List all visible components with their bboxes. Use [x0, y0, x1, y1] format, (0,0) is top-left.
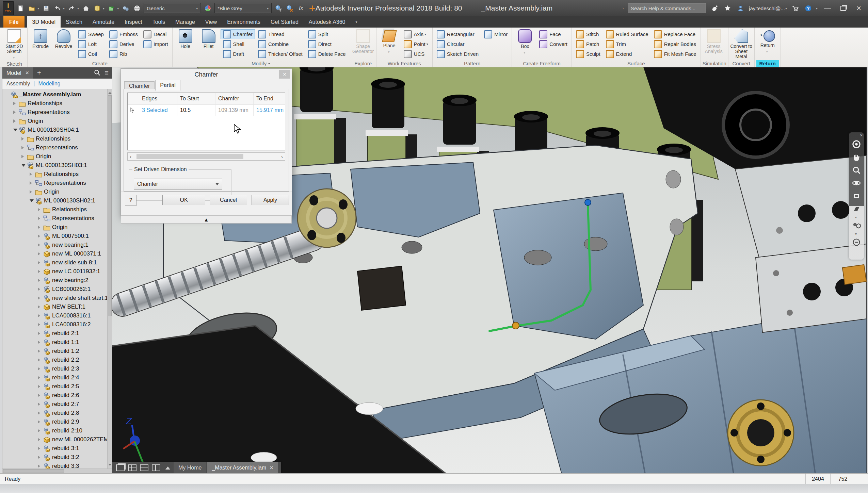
fillet-button[interactable]: Fillet: [197, 28, 220, 60]
convert-button[interactable]: Convert: [537, 39, 570, 49]
ribbon-tab-tools[interactable]: Tools: [147, 16, 170, 28]
close-button[interactable]: ×: [853, 3, 865, 13]
ribbon-tab-annotate[interactable]: Annotate: [87, 16, 119, 28]
tree-item-new-ml-0000371-1[interactable]: new ML 0000371:1: [2, 249, 112, 258]
expander-closed-icon[interactable]: [37, 447, 43, 450]
tree-item-lcb0000262-1[interactable]: LCB0000262:1: [2, 285, 112, 294]
tree-item-new-bearing-2[interactable]: new bearing:2: [2, 276, 112, 285]
tree-item-rebuild-2-7[interactable]: rebuild 2:7: [2, 400, 112, 409]
tree-item-rebuild-2-6[interactable]: rebuild 2:6: [2, 391, 112, 400]
tree-item-relationships[interactable]: Relationships: [2, 134, 112, 143]
help-search-input[interactable]: [628, 3, 706, 13]
expander-closed-icon[interactable]: [29, 190, 34, 194]
signed-in-user[interactable]: jay.tedeschi@...▾: [749, 5, 787, 11]
tree-item-rebuild-1-1[interactable]: rebuild 1:1: [2, 338, 112, 347]
expander-open-icon[interactable]: [29, 198, 34, 204]
table-scroll-thumb[interactable]: [136, 154, 243, 159]
expander-closed-icon[interactable]: [37, 314, 43, 317]
ribbon-tab-manage[interactable]: Manage: [170, 16, 200, 28]
direct-button[interactable]: Direct: [306, 39, 348, 49]
tree-item-rebuild-3-3[interactable]: rebuild 3:3: [2, 462, 112, 469]
convert-to-sheet-metal-button[interactable]: Convert to Sheet Metal: [730, 28, 753, 60]
tree-item-rebuild-2-1[interactable]: rebuild 2:1: [2, 329, 112, 338]
new-document-icon[interactable]: [16, 4, 25, 13]
stitch-button[interactable]: Stitch: [574, 29, 603, 39]
sweep-button[interactable]: Sweep: [76, 29, 106, 39]
ucs-button[interactable]: UCS: [401, 49, 431, 59]
expander-closed-icon[interactable]: [37, 279, 43, 282]
axis-button[interactable]: Axis▾: [401, 29, 431, 39]
material-browser-icon[interactable]: [93, 4, 101, 13]
tree-item-rebuild-2-4[interactable]: rebuild 2:4: [2, 373, 112, 382]
expander-closed-icon[interactable]: [37, 367, 43, 371]
tree-item-relationships[interactable]: Relationships: [2, 99, 112, 108]
tree-item-rebuild-2-9[interactable]: rebuild 2:9: [2, 417, 112, 426]
expander-closed-icon[interactable]: [37, 464, 43, 468]
rectangular-button[interactable]: Rectangular: [434, 29, 481, 39]
expander-closed-icon[interactable]: [29, 181, 34, 185]
dialog-close-button[interactable]: ×: [279, 70, 290, 79]
ribbon-tab-3d-model[interactable]: 3D Model: [27, 16, 61, 28]
rib-button[interactable]: Rib: [107, 49, 140, 59]
scroll-up-icon[interactable]: [108, 90, 112, 94]
expander-closed-icon[interactable]: [37, 332, 43, 335]
driven-dimension-select[interactable]: Chamfer: [134, 179, 222, 190]
hole-button[interactable]: Hole: [174, 28, 197, 60]
minimize-button[interactable]: —: [822, 3, 833, 13]
cancel-button[interactable]: Cancel: [210, 195, 247, 205]
cell-chamfer[interactable]: 109.139 mm: [215, 105, 254, 116]
cell-to-start[interactable]: 10.5: [177, 105, 215, 116]
expander-closed-icon[interactable]: [37, 394, 43, 397]
apply-button[interactable]: Apply: [252, 195, 289, 205]
save-document-icon[interactable]: [42, 4, 50, 13]
tree-item-master-assembly-iam[interactable]: _Master Assembly.iam: [2, 90, 112, 99]
appearance-globe-icon[interactable]: [132, 4, 141, 13]
expander-closed-icon[interactable]: [37, 385, 43, 388]
tree-item-relationships[interactable]: Relationships: [2, 170, 112, 179]
browser-tab-model[interactable]: Model ×: [2, 67, 33, 79]
scroll-left-icon[interactable]: ‹: [130, 154, 131, 160]
help-button[interactable]: ?: [125, 195, 136, 206]
tree-item-new-lc-0011932-1[interactable]: new LC 0011932:1: [2, 267, 112, 276]
expander-closed-icon[interactable]: [37, 323, 43, 326]
box-button[interactable]: Box▾: [514, 28, 536, 60]
tree-item-rebuild-2-5[interactable]: rebuild 2:5: [2, 382, 112, 391]
ruled-surface-button[interactable]: Ruled Surface: [604, 29, 651, 39]
draft-button[interactable]: Draft: [221, 49, 255, 59]
column-header-to-start[interactable]: To Start: [177, 93, 215, 104]
arrange-tileh-icon[interactable]: [140, 464, 148, 471]
full-navigation-wheel-icon[interactable]: [852, 138, 861, 151]
expander-closed-icon[interactable]: [37, 411, 43, 415]
tree-item-representations[interactable]: Representations: [2, 143, 112, 152]
tree-item-relationships[interactable]: Relationships: [2, 205, 112, 214]
start-2d-sketch-button[interactable]: Start 2D Sketch▾: [3, 28, 26, 60]
help-dropdown-icon[interactable]: ▾: [816, 6, 818, 10]
combine-button[interactable]: Combine: [256, 39, 305, 49]
material-browser-dropdown-icon[interactable]: ▾: [103, 6, 105, 10]
favorites-icon[interactable]: [723, 4, 732, 13]
ribbon-tab-environments[interactable]: Environments: [222, 16, 266, 28]
panel-dropdown-icon[interactable]: [268, 63, 271, 66]
tree-item-ml-0000130sh03-1[interactable]: ML 0000130SH03:1: [2, 161, 112, 170]
chamfer-button[interactable]: Chamfer: [221, 29, 255, 39]
restore-button[interactable]: [837, 3, 849, 13]
loft-button[interactable]: Loft: [76, 39, 106, 49]
expand-tabs-icon[interactable]: [165, 464, 170, 470]
ribbon-tab-get-started[interactable]: Get Started: [266, 16, 304, 28]
ribbon-tab-inspect[interactable]: Inspect: [119, 16, 147, 28]
row-selector-cell[interactable]: [128, 105, 139, 116]
column-header-to-end[interactable]: To End: [254, 93, 285, 104]
capture-tool-icon[interactable]: ▾: [355, 16, 357, 28]
ribbon-tab-view[interactable]: View: [200, 16, 222, 28]
revolve-button[interactable]: Revolve: [52, 28, 75, 60]
expander-closed-icon[interactable]: [29, 172, 34, 176]
graphics-viewport[interactable]: Z ×▾▾ My Home_Master Assembly.iam× Chamf…: [112, 67, 867, 474]
cell-to-end[interactable]: 15.917 mm: [254, 105, 285, 116]
close-browser-icon[interactable]: ×: [26, 69, 29, 77]
material-combo[interactable]: Generic▾: [144, 3, 201, 13]
tree-item-origin[interactable]: Origin: [2, 223, 112, 232]
return-button[interactable]: Return▾: [756, 28, 779, 60]
expander-closed-icon[interactable]: [37, 208, 43, 211]
tree-item-rebuild-2-2[interactable]: rebuild 2:2: [2, 356, 112, 364]
face-button[interactable]: Face: [537, 29, 570, 39]
